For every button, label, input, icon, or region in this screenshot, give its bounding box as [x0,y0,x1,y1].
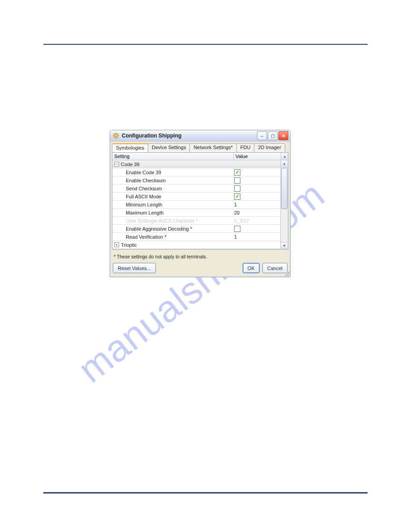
spacer [158,263,240,273]
setting-row[interactable]: Send Checksum [112,184,280,193]
checkbox-full-ascii[interactable]: ✓ [234,193,240,200]
close-icon: ✕ [282,133,285,138]
minimize-button[interactable]: – [257,131,267,140]
setting-row: User ID/Single ASCII Character * C_F27 [112,217,280,225]
setting-label: Minimum Length [126,202,162,207]
setting-row[interactable]: Full ASCII Mode ✓ [112,193,280,201]
checkbox-enable-checksum[interactable] [234,177,240,184]
collapse-icon[interactable]: – [114,162,119,167]
value-user-id: C_F27 [234,218,249,223]
setting-row[interactable]: Maximum Length 20 [112,209,280,217]
resize-grip-icon[interactable] [283,270,290,276]
configuration-dialog: Configuration Shipping – ▢ ✕ Symbologies… [110,130,291,277]
setting-label: User ID/Single ASCII Character * [126,218,198,223]
page-top-rule [43,44,368,45]
checkbox-enable-code39[interactable]: ✓ [234,169,240,176]
grid-body: – Code 39 Enable Code 39 ✓ Enable Checks… [112,160,288,249]
scrollbar-thumb[interactable] [281,168,287,209]
grid-header: Setting Value ▴ [112,153,288,160]
svg-line-8 [114,137,115,138]
close-button[interactable]: ✕ [278,131,288,140]
setting-row[interactable]: Read Verification * 1 [112,233,280,241]
setting-label: Read Verification * [126,234,167,240]
group-trioptic-label: Trioptic [121,242,137,248]
tab-2d-imager[interactable]: 2D Imager [254,143,285,152]
setting-label: Send Checksum [126,186,162,191]
page-bottom-rule [43,492,368,493]
maximize-icon: ▢ [271,133,275,138]
column-setting[interactable]: Setting [112,153,234,160]
tab-fdu[interactable]: FDU [236,143,255,152]
titlebar[interactable]: Configuration Shipping – ▢ ✕ [110,130,290,142]
svg-line-5 [114,133,115,134]
ok-button[interactable]: OK [243,263,260,273]
value-min-length[interactable]: 1 [234,202,237,207]
reset-values-button[interactable]: Reset Values... [113,263,156,273]
minimize-icon: – [261,133,263,138]
tab-device-settings[interactable]: Device Settings [148,143,190,152]
dialog-title: Configuration Shipping [122,133,257,139]
settings-panel: Setting Value ▴ – Code 39 Enable Code 39… [112,152,288,249]
tabstrip: Symbologies Device Settings Network Sett… [110,142,290,152]
setting-label: Full ASCII Mode [126,194,161,199]
setting-label: Enable Aggressive Decoding * [126,226,192,232]
group-code39-label: Code 39 [121,162,140,167]
group-code39[interactable]: – Code 39 [112,160,280,168]
expand-icon[interactable]: + [114,242,119,247]
tab-symbologies[interactable]: Symbologies [112,143,148,152]
column-value[interactable]: Value [234,153,281,160]
setting-row[interactable]: Enable Checksum [112,176,280,184]
scroll-down-icon[interactable]: ▾ [281,242,288,249]
chevron-up-icon: ▴ [284,154,286,159]
vertical-scrollbar[interactable]: ▴ ▾ [280,160,288,249]
svg-line-7 [117,133,118,134]
checkbox-aggressive-decoding[interactable] [234,226,240,232]
setting-label: Maximum Length [126,210,163,215]
setting-row[interactable]: Minimum Length 1 [112,201,280,209]
scroll-up-icon[interactable]: ▴ [281,160,288,167]
group-trioptic[interactable]: + Trioptic [112,241,280,249]
value-max-length[interactable]: 20 [234,210,240,215]
setting-row[interactable]: Enable Aggressive Decoding * [112,225,280,233]
gear-icon [113,133,119,139]
footnote: * These settings do not apply to all ter… [110,251,290,260]
dialog-buttons: Reset Values... OK Cancel [110,260,290,277]
setting-row[interactable]: Enable Code 39 ✓ [112,168,280,176]
window-controls: – ▢ ✕ [257,131,288,140]
value-read-verification[interactable]: 1 [234,234,237,240]
maximize-button[interactable]: ▢ [268,131,278,140]
grid-rows: – Code 39 Enable Code 39 ✓ Enable Checks… [112,160,280,249]
checkbox-send-checksum[interactable] [234,185,240,192]
tab-network-settings[interactable]: Network Settings* [189,143,236,152]
scrollbar-track[interactable] [281,210,288,242]
svg-point-0 [115,134,117,137]
scroll-up-button[interactable]: ▴ [281,153,288,160]
setting-label: Enable Code 39 [126,170,161,175]
setting-label: Enable Checksum [126,178,166,183]
svg-line-6 [117,137,118,138]
